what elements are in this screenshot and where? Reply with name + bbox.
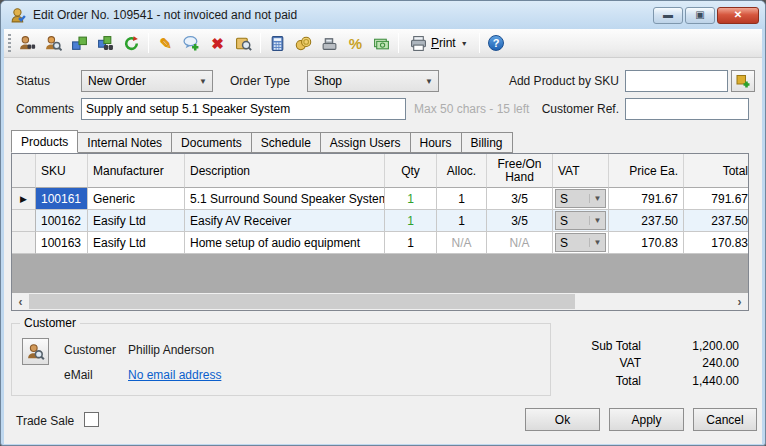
cancel-button[interactable]: Cancel xyxy=(693,408,757,431)
column-header-qty[interactable]: Qty xyxy=(385,154,437,188)
comments-input[interactable] xyxy=(81,98,406,120)
cell-price-ea[interactable]: 237.50 xyxy=(609,210,684,232)
payments-button[interactable] xyxy=(292,32,315,55)
row-selector[interactable]: ▶ xyxy=(12,188,36,210)
customer-name-value: Phillip Anderson xyxy=(128,343,214,357)
find-product-button[interactable] xyxy=(94,32,117,55)
refresh-button[interactable] xyxy=(120,32,143,55)
vat-total-label: VAT xyxy=(561,356,641,370)
add-product-by-sku-label: Add Product by SKU xyxy=(464,74,619,88)
cell-manufacturer[interactable]: Generic xyxy=(88,188,185,210)
cell-alloc[interactable]: N/A xyxy=(437,232,487,254)
apply-button[interactable]: Apply xyxy=(609,408,684,431)
add-product-by-sku-input[interactable] xyxy=(625,70,728,92)
cell-manufacturer[interactable]: Easify Ltd xyxy=(88,210,185,232)
banknotes-icon xyxy=(373,35,390,52)
minimize-icon: ▬ xyxy=(663,10,673,20)
vat-combobox[interactable]: S▼ xyxy=(555,189,606,208)
close-button[interactable]: ✕ xyxy=(717,7,759,24)
cell-manufacturer[interactable]: Easify Ltd xyxy=(88,232,185,254)
cell-total[interactable]: 791.67 xyxy=(684,188,748,210)
tab-billing[interactable]: Billing xyxy=(462,132,513,153)
cell-free-on-hand[interactable]: N/A xyxy=(487,232,553,254)
till-button[interactable] xyxy=(318,32,341,55)
cell-alloc[interactable]: 1 xyxy=(437,188,487,210)
cell-description[interactable]: Easify AV Receiver xyxy=(185,210,385,232)
column-header-vat[interactable]: VAT xyxy=(553,154,609,188)
tab-products[interactable]: Products xyxy=(11,130,78,153)
cell-description[interactable]: Home setup of audio equipment xyxy=(185,232,385,254)
customer-lookup-button[interactable] xyxy=(22,338,49,365)
cell-description[interactable]: 5.1 Surround Sound Speaker System xyxy=(185,188,385,210)
cell-qty[interactable]: 1 xyxy=(385,188,437,210)
calculator-button[interactable] xyxy=(266,32,289,55)
scrollbar-thumb[interactable] xyxy=(29,294,575,309)
add-sku-button[interactable] xyxy=(731,70,755,92)
vat-total-value: 240.00 xyxy=(649,356,739,370)
toolbar-separator xyxy=(479,33,480,53)
cell-vat: S▼ xyxy=(553,232,609,254)
cell-free-on-hand[interactable]: 3/5 xyxy=(487,188,553,210)
column-header-description[interactable]: Description xyxy=(185,154,385,188)
products-cubes-icon xyxy=(71,35,88,52)
products-button[interactable] xyxy=(68,32,91,55)
money-button[interactable] xyxy=(370,32,393,55)
status-combobox[interactable]: New Order ▼ xyxy=(81,70,213,92)
customer-magnifier-icon xyxy=(45,35,62,52)
help-button[interactable]: ? xyxy=(485,32,508,55)
order-total-value: 1,440.00 xyxy=(649,374,739,388)
tab-schedule[interactable]: Schedule xyxy=(252,132,321,153)
minimize-button[interactable]: ▬ xyxy=(653,7,683,24)
column-header-sku[interactable]: SKU xyxy=(36,154,88,188)
order-type-combobox[interactable]: Shop ▼ xyxy=(307,70,439,92)
find-product-icon xyxy=(97,35,114,52)
cell-qty[interactable]: 1 xyxy=(385,210,437,232)
scroll-right-icon[interactable]: › xyxy=(731,293,748,310)
customer-email-link[interactable]: No email address xyxy=(128,368,221,382)
edit-button[interactable]: ✎ xyxy=(154,32,177,55)
window-title: Edit Order No. 109541 - not invoiced and… xyxy=(33,8,653,22)
add-note-button[interactable] xyxy=(180,32,203,55)
column-header-total[interactable]: Total xyxy=(684,154,748,188)
tab-hours[interactable]: Hours xyxy=(411,132,462,153)
discount-button[interactable]: % xyxy=(344,32,367,55)
cell-free-on-hand[interactable]: 3/5 xyxy=(487,210,553,232)
close-icon: ✕ xyxy=(734,10,742,20)
delete-button[interactable]: ✖ xyxy=(206,32,229,55)
cell-alloc[interactable]: 1 xyxy=(437,210,487,232)
cell-total[interactable]: 237.50 xyxy=(684,210,748,232)
customer-details-button[interactable] xyxy=(42,32,65,55)
cell-total[interactable]: 170.83 xyxy=(684,232,748,254)
customer-email-label: eMail xyxy=(64,368,93,382)
tab-assign-users[interactable]: Assign Users xyxy=(321,132,411,153)
products-grid: SKU Manufacturer Description Qty Alloc. … xyxy=(11,153,749,311)
print-button[interactable]: Print ▼ xyxy=(404,32,474,55)
customer-lookup-icon xyxy=(27,343,45,361)
row-selector[interactable] xyxy=(12,232,36,254)
trade-sale-checkbox[interactable] xyxy=(84,412,99,427)
column-header-free-on-hand[interactable]: Free/On Hand xyxy=(487,154,553,188)
chevron-down-icon: ▼ xyxy=(589,238,605,247)
column-header-price-ea[interactable]: Price Ea. xyxy=(609,154,684,188)
row-selector[interactable] xyxy=(12,210,36,232)
cell-sku[interactable]: 100163 xyxy=(36,232,88,254)
customer-ref-label: Customer Ref. xyxy=(504,102,619,116)
cell-price-ea[interactable]: 170.83 xyxy=(609,232,684,254)
tab-documents[interactable]: Documents xyxy=(172,132,252,153)
find-document-button[interactable] xyxy=(232,32,255,55)
customer-ref-input[interactable] xyxy=(625,98,749,120)
tab-internal-notes[interactable]: Internal Notes xyxy=(78,132,172,153)
cell-qty[interactable]: 1 xyxy=(385,232,437,254)
vat-combobox[interactable]: S▼ xyxy=(555,233,606,252)
column-header-alloc[interactable]: Alloc. xyxy=(437,154,487,188)
scroll-left-icon[interactable]: ‹ xyxy=(12,293,29,310)
cell-price-ea[interactable]: 791.67 xyxy=(609,188,684,210)
horizontal-scrollbar[interactable]: ‹ › xyxy=(12,293,748,310)
column-header-manufacturer[interactable]: Manufacturer xyxy=(88,154,185,188)
cell-sku[interactable]: 100162 xyxy=(36,210,88,232)
find-customer-button[interactable] xyxy=(16,32,39,55)
cell-sku[interactable]: 100161 xyxy=(36,188,88,210)
vat-combobox[interactable]: S▼ xyxy=(555,211,606,230)
maximize-button[interactable]: ▣ xyxy=(685,7,715,24)
ok-button[interactable]: Ok xyxy=(525,408,600,431)
